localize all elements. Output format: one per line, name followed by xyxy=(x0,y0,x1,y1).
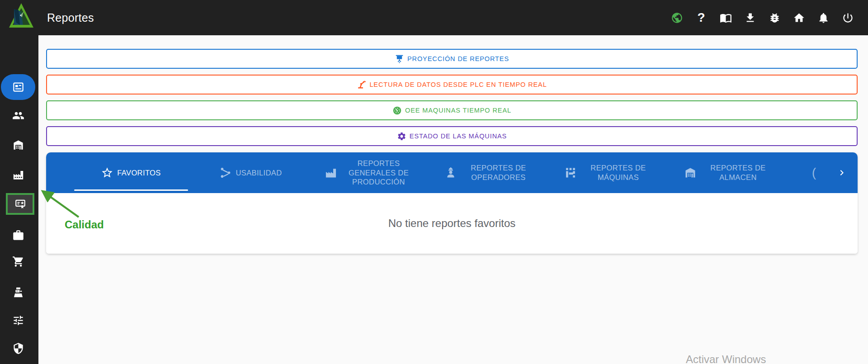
gear-icon xyxy=(397,132,406,141)
factory-icon xyxy=(325,166,337,179)
warehouse-icon xyxy=(12,139,24,151)
banner-estado-maquinas[interactable]: ESTADO DE LAS MÁQUINAS xyxy=(46,126,858,146)
sidebar-item-calidad[interactable] xyxy=(6,193,34,215)
banner-label: OEE MAQUINAS TIEMPO REAL xyxy=(405,107,511,114)
robotic-arm-icon xyxy=(357,80,366,90)
cash-register-icon xyxy=(12,286,24,298)
banner-label: LECTURA DE DATOS DESDE PLC EN TIEMPO REA… xyxy=(369,81,547,88)
tab-label: USABILIDAD xyxy=(236,168,282,178)
shopping-cart-icon xyxy=(12,255,24,268)
factory-icon xyxy=(12,169,24,181)
tab-label: REPORTES DE ALMACEN xyxy=(700,163,776,182)
tab-reportes-generales-produccion[interactable]: REPORTES GENERALES DE PRODUCCIÓN xyxy=(311,152,430,193)
topbar-actions: ? xyxy=(670,0,854,35)
banner-label: ESTADO DE LAS MÁQUINAS xyxy=(410,132,507,140)
notifications-bell-icon[interactable] xyxy=(816,11,830,24)
page-title: Reportes xyxy=(47,11,94,24)
newspaper-icon xyxy=(12,81,24,93)
sidebar-item-configuracion[interactable] xyxy=(0,307,36,333)
tab-usabilidad[interactable]: USABILIDAD xyxy=(191,152,311,193)
sidebar-item-reportes[interactable] xyxy=(1,74,35,100)
tune-sliders-icon xyxy=(12,314,24,326)
tab-label: FAVORITOS xyxy=(117,168,161,178)
tab-reportes-operadores[interactable]: REPORTES DE OPERADORES xyxy=(430,152,550,193)
shield-security-icon xyxy=(12,342,24,355)
sidebar xyxy=(0,35,38,364)
tab-label: REPORTES DE OPERADORES xyxy=(461,163,537,182)
sidebar-item-trabajo[interactable] xyxy=(0,222,36,248)
sidebar-item-ventas[interactable] xyxy=(0,279,36,305)
tab-reportes-almacen[interactable]: REPORTES DE ALMACEN xyxy=(670,152,790,193)
sidebar-item-almacen[interactable] xyxy=(0,132,36,157)
empty-favorites-message: No tiene reportes favoritos xyxy=(388,217,515,230)
operator-engineer-icon xyxy=(444,166,457,179)
chevron-right-icon xyxy=(836,167,847,178)
banner-lectura-plc[interactable]: LECTURA DE DATOS DESDE PLC EN TIEMPO REA… xyxy=(46,75,858,95)
sidebar-item-seguridad[interactable] xyxy=(0,336,36,361)
machine-icon xyxy=(564,166,577,179)
clipped-tab-text: ( xyxy=(812,166,816,180)
briefcase-icon xyxy=(12,229,24,241)
app-logo-icon xyxy=(8,2,34,30)
active-tab-underline xyxy=(74,189,188,191)
banner-oee-maquinas[interactable]: OEE MAQUINAS TIEMPO REAL xyxy=(46,100,858,120)
power-logout-icon[interactable] xyxy=(841,11,854,24)
tab-favoritos[interactable]: FAVORITOS xyxy=(71,152,191,193)
banner-proyeccion-reportes[interactable]: PROYECCIÓN DE REPORTES xyxy=(46,49,858,69)
certificate-icon xyxy=(14,198,26,210)
main-content: PROYECCIÓN DE REPORTES LECTURA DE DATOS … xyxy=(38,35,868,364)
people-icon xyxy=(12,109,24,122)
reports-panel: FAVORITOS USABILIDAD REPORTES GENERALES … xyxy=(46,152,858,254)
help-icon[interactable]: ? xyxy=(694,11,708,24)
sidebar-item-compras[interactable] xyxy=(0,249,36,274)
banner-label: PROYECCIÓN DE REPORTES xyxy=(407,55,509,62)
language-globe-icon[interactable] xyxy=(670,11,684,24)
tab-reportes-maquinas[interactable]: REPORTES DE MÁQUINAS xyxy=(550,152,670,193)
tabs-scroll-right-button[interactable] xyxy=(835,166,849,180)
reports-tabbar: FAVORITOS USABILIDAD REPORTES GENERALES … xyxy=(46,152,858,193)
topbar: Reportes ? xyxy=(0,0,868,35)
download-icon[interactable] xyxy=(743,11,757,24)
gauge-icon xyxy=(392,106,402,115)
projector-screen-icon xyxy=(395,54,404,64)
activate-windows-watermark: Activar Windows xyxy=(686,353,766,364)
star-icon xyxy=(101,166,113,179)
tab-label: REPORTES DE MÁQUINAS xyxy=(580,163,656,182)
usability-graph-icon xyxy=(219,166,232,179)
sidebar-item-produccion[interactable] xyxy=(0,162,36,187)
sidebar-item-usuarios[interactable] xyxy=(0,103,36,128)
manual-book-icon[interactable] xyxy=(719,11,732,24)
home-icon[interactable] xyxy=(792,11,806,24)
warehouse-icon xyxy=(684,166,697,179)
bug-report-icon[interactable] xyxy=(768,11,781,24)
tab-label: REPORTES GENERALES DE PRODUCCIÓN xyxy=(341,159,417,187)
favorites-panel-body: No tiene reportes favoritos xyxy=(46,193,858,254)
